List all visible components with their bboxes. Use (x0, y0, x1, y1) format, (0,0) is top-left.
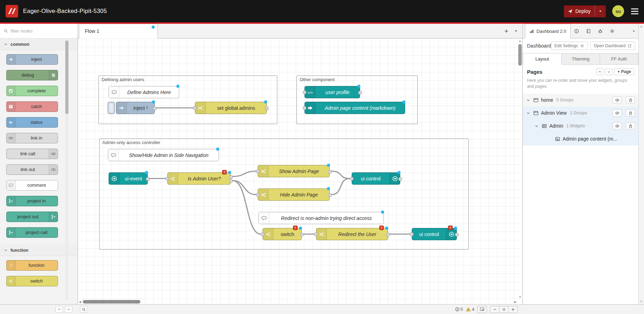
canvas-vertical-scrollbar[interactable] (518, 38, 522, 299)
output-port[interactable] (358, 91, 362, 94)
inject-trigger-button[interactable] (108, 102, 115, 114)
tab-flow-1[interactable]: Flow 1 (79, 24, 158, 38)
node-red-logo[interactable] (6, 5, 18, 17)
input-port[interactable] (193, 106, 197, 110)
zoom-in-button[interactable] (508, 306, 518, 313)
move-page-down-button[interactable] (605, 69, 613, 75)
scroll-up-arrow[interactable] (519, 40, 521, 43)
vertical-scrollbar-thumb[interactable] (518, 44, 522, 66)
output-port[interactable] (265, 107, 269, 110)
tab-theming[interactable]: Theming (562, 53, 600, 65)
palette-node-function[interactable]: ffunction (6, 260, 58, 271)
node-switch[interactable]: switch (263, 228, 302, 240)
palette-node-debug[interactable]: debug (6, 70, 58, 80)
tab-debug[interactable] (594, 24, 606, 38)
tab-help[interactable] (583, 24, 594, 38)
toggle-visibility-button[interactable] (613, 97, 622, 104)
search-flows-button[interactable] (80, 306, 87, 313)
edit-settings-button[interactable]: Edit Settings (551, 42, 588, 50)
toggle-navigator-button[interactable] (477, 306, 487, 313)
tree-row-home[interactable]: home0 Groups (523, 94, 638, 107)
toggle-visibility-button[interactable] (613, 122, 622, 129)
input-port[interactable] (256, 170, 259, 173)
toggle-lock-button[interactable] (626, 97, 635, 104)
node-show-hide-admin-in-side-navigation[interactable]: Show/Hide Admin in Side Navigation (108, 149, 219, 161)
input-port[interactable] (410, 233, 414, 236)
palette-node-link-in[interactable]: link in (6, 133, 58, 143)
add-page-button[interactable]: + Page (614, 68, 634, 75)
output-port[interactable] (398, 177, 402, 181)
scroll-left-arrow[interactable] (79, 300, 81, 304)
error-count[interactable]: 0 (455, 307, 463, 312)
node-ui-event[interactable]: ui-event (109, 172, 148, 185)
toggle-lock-button[interactable] (626, 109, 635, 116)
open-dashboard-button[interactable]: Open Dashboard (590, 42, 635, 50)
node-show-admin-page[interactable]: Show Admin Page (258, 165, 330, 177)
node-ui-control[interactable]: ui control (352, 172, 400, 185)
chevron-down-icon[interactable] (535, 124, 539, 128)
canvas-horizontal-scrollbar[interactable] (78, 299, 518, 304)
node-admin-page-content-markdown[interactable]: Admin page content (markdown) (305, 102, 405, 114)
node-ui-control[interactable]: ui control (412, 228, 457, 240)
input-port[interactable] (256, 193, 259, 197)
palette-node-project-in[interactable]: project in (6, 196, 58, 206)
output-port[interactable] (229, 175, 233, 179)
tab-ff-auth[interactable]: FF Auth (600, 53, 638, 65)
move-page-up-button[interactable] (596, 69, 603, 75)
palette-node-catch[interactable]: catch (6, 101, 58, 112)
tab-info[interactable] (571, 24, 583, 38)
output-port[interactable] (386, 233, 390, 236)
palette-node-comment[interactable]: comment (6, 180, 58, 191)
toggle-lock-button[interactable] (626, 122, 635, 129)
palette-node-link-out[interactable]: link out (6, 164, 58, 175)
deploy-button[interactable]: Deploy (564, 5, 606, 17)
chevron-down-icon[interactable] (526, 98, 531, 102)
zoom-out-button[interactable] (490, 306, 499, 313)
expand-palette-categories-button[interactable] (65, 306, 72, 313)
output-port[interactable] (146, 177, 149, 181)
warning-count[interactable]: 4 (466, 307, 474, 312)
node-is-admin-user[interactable]: Is Admin User? (167, 172, 231, 185)
palette-node-link-call[interactable]: link call (6, 149, 58, 159)
palette-node-project-out[interactable]: project out (6, 212, 58, 222)
wire-isadmin-to-showadmin[interactable] (233, 171, 256, 177)
input-port[interactable] (261, 233, 264, 236)
sidebar-scrollbar[interactable] (638, 24, 644, 304)
tab-layout[interactable]: Layout (523, 53, 562, 65)
tree-row-admin-page-content-m[interactable]: Admin page content (m... (523, 133, 638, 145)
tab-config-nodes[interactable] (606, 24, 618, 38)
output-port[interactable] (229, 179, 233, 183)
main-menu-button[interactable] (631, 7, 638, 16)
palette-node-status[interactable]: status (6, 117, 58, 128)
tree-row-admin[interactable]: Admin1 Widgets (523, 120, 638, 133)
palette-scrollbar-thumb[interactable] (65, 41, 68, 114)
zoom-reset-button[interactable] (499, 306, 508, 313)
palette-node-project-call[interactable]: project call (6, 227, 58, 238)
node-set-global-admins[interactable]: set global.admins (195, 102, 267, 114)
output-port[interactable] (328, 193, 331, 197)
node-hide-admin-page[interactable]: Hide Admin Page (258, 188, 330, 201)
wire-isadmin-to-switch1[interactable] (233, 180, 261, 234)
palette-scrollbar[interactable] (65, 40, 68, 300)
input-port[interactable] (303, 91, 306, 94)
toggle-visibility-button[interactable] (613, 109, 622, 116)
scroll-down-arrow[interactable] (519, 295, 521, 299)
output-port[interactable] (455, 233, 459, 236)
user-avatar[interactable]: su (612, 5, 624, 17)
scroll-right-arrow[interactable] (514, 300, 517, 304)
input-port[interactable] (314, 233, 318, 236)
flow-canvas[interactable]: Defining admin usersOther componentAdmin… (78, 38, 522, 304)
output-port[interactable] (328, 170, 331, 173)
node-redirect-the-user[interactable]: Redirect the User (316, 228, 388, 240)
node-inject[interactable]: inject ¹ (116, 102, 155, 114)
input-port[interactable] (303, 106, 306, 110)
input-port[interactable] (350, 177, 353, 180)
palette-node-inject[interactable]: inject (6, 54, 58, 65)
tree-row-admin-view[interactable]: Admin View1 Groups (523, 107, 638, 120)
wire-hideadmin-to-uicontrol1[interactable] (331, 179, 350, 195)
add-flow-button[interactable] (504, 29, 509, 34)
input-port[interactable] (166, 177, 169, 180)
sidebar-tab-list-button[interactable] (629, 24, 638, 38)
collapse-palette-categories-button[interactable] (56, 306, 63, 313)
flow-list-button[interactable] (514, 29, 518, 33)
